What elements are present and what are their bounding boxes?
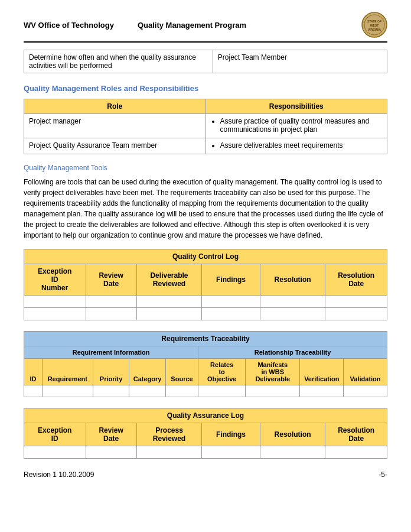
logo: STATE OF WEST VIRGINIA — [361, 12, 387, 38]
table-row — [24, 308, 387, 320]
rt-col-ver: Verification — [300, 359, 344, 385]
qa-col-5: ResolutionDate — [325, 423, 387, 446]
intro-table: Determine how often and when the quality… — [24, 50, 387, 73]
rt-col-pri: Priority — [93, 359, 129, 385]
qc-col-5: ResolutionDate — [325, 264, 387, 296]
program-name: Quality Management Program — [138, 21, 246, 30]
page-header: WV Office of Technology Quality Manageme… — [24, 12, 387, 43]
rt-sub-rel: Relationship Traceability — [198, 346, 387, 359]
table-row: Determine how often and when the quality… — [24, 50, 387, 73]
qc-col-4: Resolution — [260, 264, 325, 296]
qc-log-title: Quality Control Log — [24, 249, 387, 264]
qc-log-table: Quality Control Log ExceptionIDNumber Re… — [24, 249, 387, 320]
roles-heading: Quality Management Roles and Responsibil… — [24, 84, 387, 93]
rt-col-cat: Category — [129, 359, 166, 385]
role-cell: Project manager — [24, 114, 206, 138]
resp-item: Assure practice of quality control measu… — [220, 117, 383, 134]
rt-col-src: Source — [165, 359, 198, 385]
svg-text:VIRGINIA: VIRGINIA — [368, 28, 381, 31]
qa-col-0: ExceptionID — [24, 423, 86, 446]
tools-heading: Quality Management Tools — [24, 164, 387, 172]
revision-text: Revision 1 10.20.2009 — [24, 471, 94, 479]
rt-title: Requirements Traceability — [24, 332, 387, 346]
role-cell: Project Quality Assurance Team member — [24, 138, 206, 154]
qa-col-2: ProcessReviewed — [136, 423, 202, 446]
table-row: Project Quality Assurance Team member As… — [24, 138, 387, 154]
table-row — [24, 385, 387, 397]
qa-log-table: Quality Assurance Log ExceptionID Review… — [24, 408, 387, 459]
svg-text:STATE OF: STATE OF — [367, 20, 381, 23]
qa-log-title: Quality Assurance Log — [24, 408, 387, 423]
rt-sub-req: Requirement Information — [24, 346, 198, 359]
rt-col-req: Requirement — [42, 359, 93, 385]
resp-item: Assure deliverables meet requirements — [220, 141, 383, 150]
rt-col-id: ID — [24, 359, 43, 385]
qc-col-2: DeliverableReviewed — [136, 264, 202, 296]
qa-col-3: Findings — [202, 423, 260, 446]
intro-col1: Determine how often and when the quality… — [24, 50, 213, 73]
tools-body: Following are tools that can be used dur… — [24, 177, 387, 241]
qc-col-3: Findings — [202, 264, 260, 296]
org-name: WV Office of Technology — [24, 21, 114, 30]
table-row — [24, 446, 387, 459]
qa-col-1: ReviewDate — [86, 423, 136, 446]
svg-text:WEST: WEST — [370, 24, 379, 27]
resp-cell: Assure deliverables meet requirements — [206, 138, 387, 154]
header-text: WV Office of Technology Quality Manageme… — [24, 21, 246, 30]
rt-col-val: Validation — [344, 359, 387, 385]
roles-table: Role Responsibilities Project manager As… — [24, 99, 387, 154]
qc-col-0: ExceptionIDNumber — [24, 264, 86, 296]
page-number: -5- — [379, 471, 387, 479]
rt-col-mfst: Manifestsin WBSDeliverable — [246, 359, 300, 385]
roles-col-role: Role — [24, 99, 206, 114]
rt-col-rel: RelatestoObjective — [198, 359, 246, 385]
roles-col-resp: Responsibilities — [206, 99, 387, 114]
resp-cell: Assure practice of quality control measu… — [206, 114, 387, 138]
qa-col-4: Resolution — [260, 423, 325, 446]
table-row — [24, 296, 387, 308]
table-row: Project manager Assure practice of quali… — [24, 114, 387, 138]
page-footer: Revision 1 10.20.2009 -5- — [24, 471, 387, 479]
rt-table: Requirements Traceability Requirement In… — [24, 331, 387, 397]
qc-col-1: ReviewDate — [86, 264, 136, 296]
intro-col2: Project Team Member — [213, 50, 387, 73]
